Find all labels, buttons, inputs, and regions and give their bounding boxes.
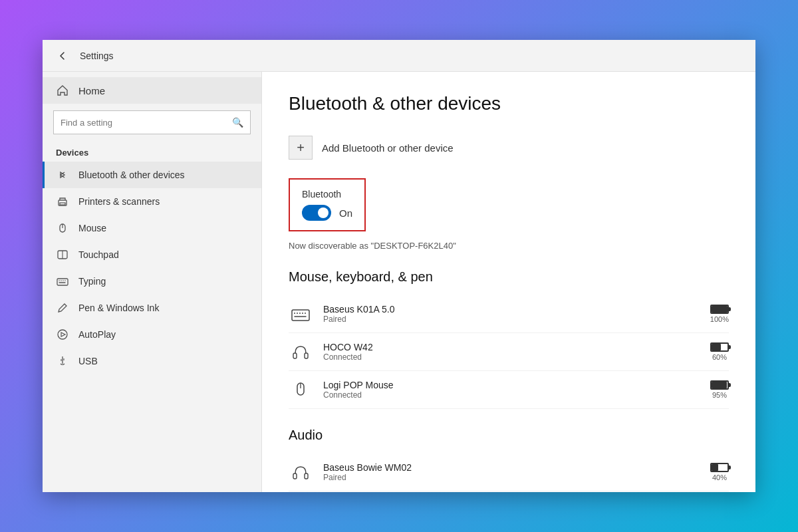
battery-fill [712,464,718,471]
mouse-device-list: Baseus K01A 5.0 Paired 100% [289,295,729,409]
battery-percent: 100% [710,315,729,323]
typing-icon [56,275,69,288]
keyboard-device-icon [289,302,313,326]
autoplay-icon [56,328,69,341]
usb-icon [56,354,69,368]
device-name: Logi POP Mouse [323,380,700,390]
device-info: Logi POP Mouse Connected [323,380,700,400]
sidebar-item-touchpad[interactable]: Touchpad [43,241,261,268]
device-status: Paired [323,473,700,482]
svg-rect-24 [305,353,308,358]
search-icon: 🔍 [232,117,243,128]
sidebar-item-touchpad-label: Touchpad [78,249,119,260]
sidebar-item-autoplay[interactable]: AutoPlay [43,321,261,348]
settings-window: Settings Home 🔍 Devices [43,40,755,492]
discoverable-text: Now discoverable as "DESKTOP-F6K2L40" [289,241,729,251]
mouse-section-title: Mouse, keyboard, & pen [289,269,729,285]
sidebar-item-typing-label: Typing [78,276,106,287]
battery-fill [712,344,721,350]
svg-rect-1 [60,203,65,205]
mouse-icon [56,221,69,235]
bluetooth-icon [56,168,69,182]
device-name: Baseus K01A 5.0 [323,304,700,315]
sidebar-item-printers[interactable]: Printers & scanners [43,188,261,215]
titlebar: Settings [43,40,755,72]
table-row[interactable]: HOCO W42 Connected 60% [289,333,729,371]
add-device-label: Add Bluetooth or other device [322,142,454,154]
svg-rect-28 [305,473,308,479]
headphones-device-icon [289,340,313,364]
battery-icon [710,305,729,314]
table-row[interactable]: Baseus Bowie WM02 Paired 40% [289,454,729,491]
sidebar-item-bluetooth[interactable]: Bluetooth & other devices [43,162,261,188]
device-status: Connected [323,390,700,400]
bluetooth-toggle-row: On [302,205,352,221]
audio-section-title: Audio [289,428,729,443]
touchpad-icon [56,248,69,261]
battery-icon [710,463,729,472]
sidebar-item-printers-label: Printers & scanners [78,196,160,207]
page-title: Bluetooth & other devices [289,93,729,114]
main-content: Bluetooth & other devices + Add Bluetoot… [262,72,755,492]
sidebar-item-autoplay-label: AutoPlay [78,329,116,340]
sidebar-item-mouse-label: Mouse [78,223,106,233]
table-row[interactable]: Baseus K01A 5.0 Paired 100% [289,295,729,333]
sidebar: Home 🔍 Devices Bluetooth & other devices [43,72,262,492]
battery-percent: 60% [712,353,727,361]
svg-rect-16 [292,310,309,321]
battery-fill [712,382,727,388]
home-icon [56,84,69,97]
sidebar-item-usb-label: USB [78,356,98,366]
bluetooth-toggle[interactable] [302,205,331,221]
bluetooth-toggle-state: On [339,207,352,219]
device-status: Connected [323,352,700,362]
device-info: Baseus Bowie WM02 Paired [323,462,700,482]
content-area: Home 🔍 Devices Bluetooth & other devices [43,72,755,492]
mouse-device-icon [289,378,313,402]
battery-icon [710,342,729,352]
add-device-button[interactable]: + Add Bluetooth or other device [289,130,729,165]
sidebar-item-home[interactable]: Home [43,77,261,104]
back-button[interactable] [53,47,72,65]
table-row[interactable]: Logi POP Mouse Connected 95% [289,371,729,409]
search-box[interactable]: 🔍 [53,110,251,134]
battery-percent: 95% [712,391,727,399]
bluetooth-toggle-section: Bluetooth On [289,178,366,231]
toggle-track [302,205,331,221]
battery-fill [712,306,728,313]
device-battery: 40% [710,463,729,481]
sidebar-item-pen[interactable]: Pen & Windows Ink [43,295,261,321]
search-input[interactable] [61,118,227,128]
audio-device-list: Baseus Bowie WM02 Paired 40% [289,454,729,491]
device-name: HOCO W42 [323,342,700,352]
titlebar-title: Settings [80,51,114,61]
sidebar-item-usb[interactable]: USB [43,348,261,374]
device-battery: 60% [710,342,729,361]
bluetooth-label: Bluetooth [302,189,352,200]
svg-rect-23 [293,353,297,358]
printer-icon [56,195,69,208]
sidebar-item-pen-label: Pen & Windows Ink [78,303,159,313]
battery-percent: 40% [712,473,727,481]
device-info: Baseus K01A 5.0 Paired [323,304,700,324]
pen-icon [56,301,69,315]
sidebar-item-mouse[interactable]: Mouse [43,215,261,241]
home-label: Home [78,85,105,96]
sidebar-section-header: Devices [43,141,261,162]
toggle-thumb [318,207,329,218]
device-status: Paired [323,315,700,324]
svg-rect-27 [293,473,297,479]
device-battery: 100% [710,305,729,323]
sidebar-item-bluetooth-label: Bluetooth & other devices [78,170,185,180]
add-device-plus-icon: + [289,136,313,160]
device-info: HOCO W42 Connected [323,342,700,362]
svg-rect-6 [57,279,68,285]
device-name: Baseus Bowie WM02 [323,462,700,473]
headphones-audio-icon [289,460,313,484]
device-battery: 95% [710,380,729,399]
battery-icon [710,380,729,390]
sidebar-item-typing[interactable]: Typing [43,268,261,295]
